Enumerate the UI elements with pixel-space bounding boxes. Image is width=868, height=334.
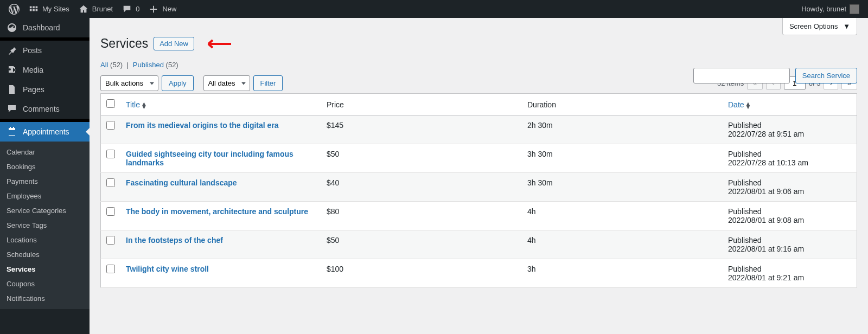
price-cell: $80 bbox=[321, 202, 522, 230]
sidebar-item-comments[interactable]: Comments bbox=[0, 99, 90, 119]
submenu-locations[interactable]: Locations bbox=[0, 233, 90, 247]
add-new-button[interactable]: Add New bbox=[154, 37, 194, 50]
page-icon bbox=[7, 84, 17, 95]
row-checkbox[interactable] bbox=[106, 121, 115, 130]
date-cell: Published2022/07/28 at 10:13 am bbox=[723, 144, 857, 173]
price-cell: $50 bbox=[321, 144, 522, 173]
new-link[interactable]: New bbox=[144, 0, 181, 18]
sidebar-item-media[interactable]: Media bbox=[0, 60, 90, 80]
date-filter-select[interactable]: All dates bbox=[203, 75, 250, 91]
pin-icon bbox=[7, 45, 17, 56]
sort-icon: ▲▼ bbox=[745, 102, 751, 108]
price-cell: $50 bbox=[321, 230, 522, 259]
sidebar-item-label: Appointments bbox=[23, 127, 69, 136]
service-title-link[interactable]: In the footsteps of the chef bbox=[126, 236, 223, 245]
howdy-link[interactable]: Howdy, brunet bbox=[797, 0, 864, 18]
published-count: (52) bbox=[166, 61, 178, 69]
site-link[interactable]: Brunet bbox=[74, 0, 117, 18]
row-checkbox[interactable] bbox=[106, 265, 115, 273]
sort-icon: ▲▼ bbox=[141, 102, 147, 108]
date-cell: Published2022/07/28 at 9:51 am bbox=[723, 115, 857, 144]
wordpress-icon bbox=[9, 4, 20, 15]
row-checkbox[interactable] bbox=[106, 207, 115, 216]
submenu-coupons[interactable]: Coupons bbox=[0, 277, 90, 291]
table-row: In the footsteps of the chef$504hPublish… bbox=[101, 230, 857, 259]
service-title-link[interactable]: Guided sightseeing city tour including f… bbox=[126, 150, 293, 167]
service-title-link[interactable]: Twilight city wine stroll bbox=[126, 265, 209, 273]
price-cell: $40 bbox=[321, 173, 522, 202]
filter-button[interactable]: Filter bbox=[253, 75, 283, 91]
date-cell: Published2022/08/01 at 9:06 am bbox=[723, 173, 857, 202]
service-title-link[interactable]: Fascinating cultural landscape bbox=[126, 178, 237, 187]
submenu-services[interactable]: Services bbox=[0, 262, 90, 277]
row-checkbox[interactable] bbox=[106, 236, 115, 245]
date-cell: Published2022/08/01 at 9:08 am bbox=[723, 202, 857, 230]
table-row: Guided sightseeing city tour including f… bbox=[101, 144, 857, 173]
screen-options-toggle[interactable]: Screen Options ▼ bbox=[782, 18, 857, 35]
submenu-bookings[interactable]: Bookings bbox=[0, 159, 90, 174]
row-checkbox[interactable] bbox=[106, 178, 115, 187]
date-cell: Published2022/08/01 at 9:21 am bbox=[723, 259, 857, 288]
duration-cell: 4h bbox=[522, 230, 723, 259]
search-button[interactable]: Search Service bbox=[795, 68, 857, 84]
sort-date[interactable]: Date▲▼ bbox=[728, 100, 751, 109]
media-icon bbox=[7, 65, 17, 75]
select-all-checkbox[interactable] bbox=[106, 99, 115, 108]
sidebar-item-label: Posts bbox=[23, 46, 42, 55]
page-title: Services bbox=[100, 36, 148, 51]
col-duration: Duration bbox=[522, 94, 723, 115]
sites-icon bbox=[28, 4, 39, 15]
sort-title[interactable]: Title▲▼ bbox=[126, 100, 147, 109]
submenu-service-categories[interactable]: Service Categories bbox=[0, 203, 90, 218]
services-table: Title▲▼ Price Duration Date▲▼ From its m… bbox=[100, 93, 857, 288]
submenu-calendar[interactable]: Calendar bbox=[0, 145, 90, 159]
service-title-link[interactable]: From its medieval origins to the digital… bbox=[126, 121, 279, 130]
date-cell: Published2022/08/01 at 9:16 am bbox=[723, 230, 857, 259]
table-row: From its medieval origins to the digital… bbox=[101, 115, 857, 144]
comment-icon bbox=[122, 4, 132, 15]
all-count: (52) bbox=[110, 61, 123, 69]
duration-cell: 3h 30m bbox=[522, 144, 723, 173]
filter-published-link[interactable]: Published bbox=[133, 61, 164, 69]
my-sites-link[interactable]: My Sites bbox=[24, 0, 74, 18]
table-row: Fascinating cultural landscape$403h 30mP… bbox=[101, 173, 857, 202]
calendar-icon bbox=[7, 126, 17, 137]
dashboard-icon bbox=[7, 22, 17, 33]
admin-sidebar: Dashboard Posts Media Pages Comments App… bbox=[0, 18, 90, 334]
price-cell: $145 bbox=[321, 115, 522, 144]
comment-count: 0 bbox=[136, 5, 139, 13]
sidebar-item-posts[interactable]: Posts bbox=[0, 41, 90, 60]
submenu-schedules[interactable]: Schedules bbox=[0, 247, 90, 262]
col-price: Price bbox=[321, 94, 522, 115]
annotation-arrow-icon bbox=[204, 39, 231, 49]
comment-icon bbox=[7, 104, 17, 114]
sidebar-item-pages[interactable]: Pages bbox=[0, 80, 90, 99]
sidebar-item-dashboard[interactable]: Dashboard bbox=[0, 18, 90, 37]
service-title-link[interactable]: The body in movement, architecture and s… bbox=[126, 207, 308, 216]
bulk-actions-select[interactable]: Bulk actions bbox=[100, 75, 158, 91]
howdy-label: Howdy, brunet bbox=[801, 5, 846, 13]
table-row: The body in movement, architecture and s… bbox=[101, 202, 857, 230]
avatar bbox=[850, 4, 859, 14]
row-checkbox[interactable] bbox=[106, 150, 115, 158]
submenu-employees[interactable]: Employees bbox=[0, 189, 90, 203]
search-input[interactable] bbox=[693, 68, 790, 84]
sidebar-item-appointments[interactable]: Appointments bbox=[0, 122, 90, 142]
main-content: Screen Options ▼ Services Add New All (5… bbox=[90, 18, 868, 334]
my-sites-label: My Sites bbox=[42, 5, 69, 13]
chevron-down-icon: ▼ bbox=[843, 22, 850, 30]
wp-logo[interactable] bbox=[4, 0, 24, 18]
site-name: Brunet bbox=[92, 5, 113, 13]
duration-cell: 4h bbox=[522, 202, 723, 230]
duration-cell: 3h bbox=[522, 259, 723, 288]
comments-link[interactable]: 0 bbox=[117, 0, 144, 18]
sidebar-item-label: Media bbox=[23, 66, 43, 74]
submenu-payments[interactable]: Payments bbox=[0, 174, 90, 189]
table-row: Twilight city wine stroll$1003hPublished… bbox=[101, 259, 857, 288]
submenu-notifications[interactable]: Notifications bbox=[0, 291, 90, 306]
apply-button[interactable]: Apply bbox=[162, 75, 194, 91]
filter-all-link[interactable]: All bbox=[100, 61, 108, 69]
sidebar-item-label: Pages bbox=[23, 85, 44, 94]
submenu-service-tags[interactable]: Service Tags bbox=[0, 218, 90, 233]
price-cell: $100 bbox=[321, 259, 522, 288]
